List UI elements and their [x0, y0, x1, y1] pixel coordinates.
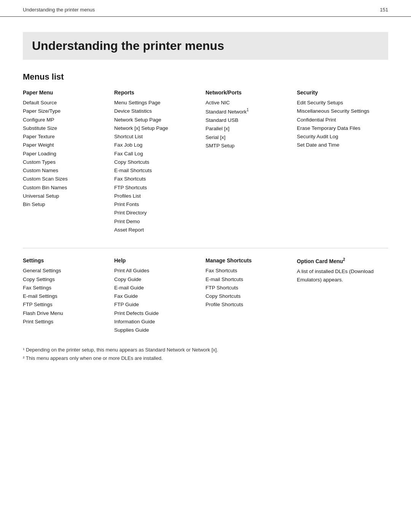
- chapter-title: Understanding the printer menus: [23, 32, 388, 60]
- list-item: Standard Network1: [206, 107, 289, 116]
- column-option-card-menu: Option Card Menu2 A list of installed DL…: [297, 257, 388, 334]
- list-item: E-mail Settings: [23, 292, 107, 300]
- list-item: E-mail Shortcuts: [206, 275, 289, 284]
- column-network-ports: Network/Ports Active NIC Standard Networ…: [206, 89, 297, 234]
- list-item: Standard USB: [206, 116, 289, 125]
- list-item: Menu Settings Page: [114, 99, 198, 107]
- list-item: SMTP Setup: [206, 142, 289, 150]
- list-item: Custom Scan Sizes: [23, 175, 107, 183]
- list-item: Network Setup Page: [114, 116, 198, 124]
- list-item: Paper Weight: [23, 141, 107, 149]
- list-item: Security Audit Log: [297, 133, 381, 141]
- column-paper-menu: Paper Menu Default Source Paper Size/Typ…: [23, 89, 114, 234]
- menus-grid-1: Paper Menu Default Source Paper Size/Typ…: [23, 89, 388, 234]
- col-items-network-ports: Active NIC Standard Network1 Standard US…: [206, 99, 289, 150]
- list-item: Device Statistics: [114, 107, 198, 115]
- header-page-number: 151: [380, 7, 388, 13]
- header-title: Understanding the printer menus: [23, 7, 95, 13]
- list-item: Parallel [x]: [206, 125, 289, 133]
- grid-divider: [23, 248, 388, 248]
- list-item: Miscellaneous Security Settings: [297, 107, 381, 115]
- list-item: Shortcut List: [114, 133, 198, 141]
- list-item: Print All Guides: [114, 267, 198, 275]
- list-item: FTP Guide: [114, 300, 198, 309]
- list-item: FTP Shortcuts: [206, 284, 289, 292]
- list-item: Paper Texture: [23, 133, 107, 141]
- list-item: Fax Settings: [23, 284, 107, 292]
- list-item: Print Settings: [23, 318, 107, 326]
- list-item: Profiles List: [114, 192, 198, 200]
- col-items-settings: General Settings Copy Settings Fax Setti…: [23, 267, 107, 326]
- list-item: Confidential Print: [297, 116, 381, 124]
- list-item: Copy Guide: [114, 275, 198, 284]
- col-header-manage-shortcuts: Manage Shortcuts: [206, 257, 289, 264]
- list-item: Fax Shortcuts: [206, 267, 289, 275]
- list-item: Serial [x]: [206, 133, 289, 142]
- list-item: Active NIC: [206, 99, 289, 107]
- list-item: Print Demo: [114, 217, 198, 226]
- list-item: Asset Report: [114, 226, 198, 234]
- column-reports: Reports Menu Settings Page Device Statis…: [114, 89, 206, 234]
- list-item: Flash Drive Menu: [23, 309, 107, 318]
- column-settings: Settings General Settings Copy Settings …: [23, 257, 114, 334]
- list-item: Universal Setup: [23, 192, 107, 200]
- footnote-2: ² This menu appears only when one or mor…: [23, 354, 388, 363]
- list-item: General Settings: [23, 267, 107, 275]
- list-item: Print Directory: [114, 209, 198, 217]
- footnotes: ¹ Depending on the printer setup, this m…: [23, 346, 388, 363]
- list-item: Set Date and Time: [297, 141, 381, 149]
- list-item: Print Defects Guide: [114, 309, 198, 318]
- list-item: Substitute Size: [23, 124, 107, 133]
- col-items-security: Edit Security Setups Miscellaneous Secur…: [297, 99, 381, 150]
- col-header-help: Help: [114, 257, 198, 264]
- col-header-network-ports: Network/Ports: [206, 89, 289, 96]
- col-items-help: Print All Guides Copy Guide E-mail Guide…: [114, 267, 198, 334]
- list-item: Network [x] Setup Page: [114, 124, 198, 133]
- option-card-description: A list of installed DLEs (Download Emula…: [297, 267, 381, 284]
- list-item: Configure MP: [23, 116, 107, 124]
- list-item: Custom Bin Names: [23, 184, 107, 192]
- footnote-1: ¹ Depending on the printer setup, this m…: [23, 346, 388, 354]
- list-item: Paper Loading: [23, 150, 107, 158]
- page-content: Understanding the printer menus Menus li…: [0, 17, 411, 386]
- column-help: Help Print All Guides Copy Guide E-mail …: [114, 257, 206, 334]
- col-header-option-card-menu: Option Card Menu2: [297, 257, 381, 264]
- column-manage-shortcuts: Manage Shortcuts Fax Shortcuts E-mail Sh…: [206, 257, 297, 334]
- list-item: Fax Shortcuts: [114, 175, 198, 183]
- col-header-paper-menu: Paper Menu: [23, 89, 107, 96]
- list-item: Custom Names: [23, 166, 107, 175]
- column-security: Security Edit Security Setups Miscellane…: [297, 89, 388, 234]
- page-header: Understanding the printer menus 151: [0, 0, 411, 17]
- list-item: Copy Shortcuts: [114, 158, 198, 166]
- list-item: Fax Call Log: [114, 150, 198, 158]
- list-item: FTP Shortcuts: [114, 184, 198, 192]
- list-item: Edit Security Setups: [297, 99, 381, 107]
- col-header-security: Security: [297, 89, 381, 96]
- list-item: Print Fonts: [114, 200, 198, 209]
- list-item: Copy Settings: [23, 275, 107, 284]
- menus-grid-2: Settings General Settings Copy Settings …: [23, 257, 388, 334]
- list-item: Copy Shortcuts: [206, 292, 289, 300]
- col-header-settings: Settings: [23, 257, 107, 264]
- list-item: Paper Size/Type: [23, 107, 107, 115]
- list-item: FTP Settings: [23, 300, 107, 309]
- list-item: Default Source: [23, 99, 107, 107]
- list-item: Erase Temporary Data Files: [297, 124, 381, 133]
- list-item: Fax Job Log: [114, 141, 198, 149]
- list-item: Supplies Guide: [114, 326, 198, 334]
- list-item: Custom Types: [23, 158, 107, 166]
- col-items-paper-menu: Default Source Paper Size/Type Configure…: [23, 99, 107, 209]
- list-item: Fax Guide: [114, 292, 198, 300]
- col-header-reports: Reports: [114, 89, 198, 96]
- col-items-manage-shortcuts: Fax Shortcuts E-mail Shortcuts FTP Short…: [206, 267, 289, 309]
- col-items-reports: Menu Settings Page Device Statistics Net…: [114, 99, 198, 234]
- list-item: Information Guide: [114, 318, 198, 326]
- list-item: E-mail Shortcuts: [114, 166, 198, 175]
- list-item: E-mail Guide: [114, 284, 198, 292]
- list-item: Bin Setup: [23, 200, 107, 209]
- list-item: Profile Shortcuts: [206, 300, 289, 309]
- section-title: Menus list: [23, 72, 388, 82]
